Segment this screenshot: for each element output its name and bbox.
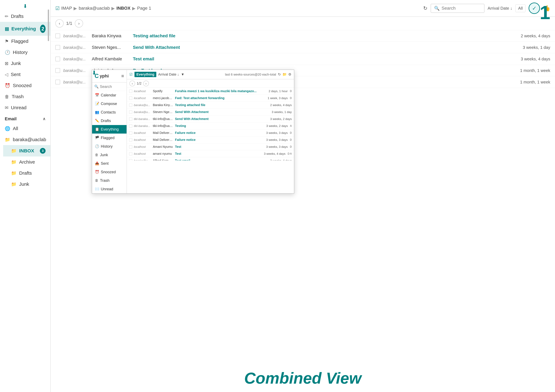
second-sort[interactable]: Arrival Date ↓ [158, 72, 179, 77]
prev-page-button[interactable]: ‹ [55, 19, 64, 28]
second-search-input[interactable] [100, 84, 120, 89]
email-from-addr: baraka@u... [63, 34, 89, 38]
second-sidebar-item-drafts[interactable]: ✏️Drafts [92, 116, 127, 125]
search-input[interactable] [442, 6, 476, 11]
second-sidebar-label: Calendar [101, 93, 116, 97]
email-date: 1 month, 1 week [520, 68, 550, 73]
everything-badge: Everything [134, 72, 156, 77]
sidebar-item-inbox[interactable]: 📁 INBOX 3 [3, 145, 50, 157]
second-email-row[interactable]: baraka@u... Alfred Kambale Test email 3 … [127, 157, 294, 160]
menu-icon[interactable]: ≡ [121, 73, 124, 79]
sidebar-item-everything[interactable]: ▤ Everything 2 [0, 22, 50, 36]
second-date: 2 days, 1 hour [269, 89, 288, 93]
email-date: 2 weeks, 4 days [521, 34, 550, 38]
second-email-row[interactable]: localhost Mail Delivery ... Failure noti… [127, 136, 294, 143]
second-next-button[interactable]: › [143, 81, 149, 86]
second-sidebar-label: Trash [100, 178, 110, 183]
second-sidebar-item-contacts[interactable]: 👥Contacts [92, 108, 127, 116]
second-email-row[interactable]: localhost Mail Delivery ... Failure noti… [127, 129, 294, 136]
sidebar-item-all[interactable]: 🌐 All [0, 123, 50, 134]
second-email-row[interactable]: localhost Amani Nyumu Test 3 weeks, 3 da… [127, 143, 294, 150]
sidebar-item-unread[interactable]: ✉ Unread [0, 102, 50, 113]
email-checkbox[interactable] [55, 68, 60, 73]
second-email-checkbox[interactable] [129, 97, 132, 100]
sidebar-item-drafts[interactable]: ✏ Drafts [0, 11, 50, 22]
second-from-addr: tiki-baraka... [134, 124, 151, 128]
sidebar-item-snoozed[interactable]: ⏰ Snoozed [0, 80, 50, 91]
second-tag: D [290, 145, 292, 148]
second-email-row[interactable]: tiki-baraka... tiki-info@uacl... Testing… [127, 122, 294, 129]
next-page-button[interactable]: › [75, 19, 83, 28]
second-sidebar-item-unread[interactable]: ✉️Unread [92, 185, 127, 193]
second-email-checkbox[interactable] [129, 145, 132, 149]
second-sidebar-label: Compose [101, 101, 117, 106]
sidebar-item-baraka[interactable]: 📁 baraka@uaclab [0, 134, 50, 145]
sidebar-item-drafts2[interactable]: 📁 Drafts [3, 168, 50, 179]
second-email-checkbox[interactable] [129, 90, 132, 93]
second-email-checkbox[interactable] [129, 110, 132, 114]
sidebar-item-flagged[interactable]: ⚑ Flagged [0, 36, 50, 47]
second-email-checkbox[interactable] [129, 104, 132, 107]
second-sidebar-item-flagged[interactable]: 🏴Flagged [92, 134, 127, 142]
sidebar-item-sent[interactable]: ◁ Sent [0, 69, 50, 80]
inbox-badge: 3 [40, 148, 45, 154]
sidebar-item-trash[interactable]: 🗑 Trash [0, 91, 50, 102]
email-checkbox[interactable] [55, 80, 60, 84]
email-section-chevron[interactable]: ∧ [43, 117, 45, 121]
drafts-icon: ✏️ [95, 119, 99, 123]
sidebar-scrollbar[interactable] [48, 9, 49, 41]
email-row[interactable]: baraka@u... Steven Nges... Send With Att… [51, 42, 555, 53]
sidebar-item-junk[interactable]: ⊠ Junk [0, 58, 50, 69]
second-sidebar-item-trash[interactable]: 🗑Trash [92, 176, 127, 185]
second-sidebar-item-snoozed[interactable]: ⏰Snoozed [92, 168, 127, 176]
second-email-row[interactable]: localhost merci.jacob@... Fwd: Test atta… [127, 95, 294, 102]
second-sidebar-item-calendar[interactable]: 📅Calendar [92, 91, 127, 100]
second-email-row[interactable]: localhost Spotify Furahia mwezi 1 wa kus… [127, 88, 294, 95]
email-subject: Send With Attachment [133, 45, 520, 50]
second-refresh-icon[interactable]: ↻ [278, 72, 281, 77]
second-folder-icon[interactable]: 📁 [282, 72, 287, 77]
main-content: ☑ IMAP ▶ baraka@uaclab ▶ INBOX ▶ Page 1 … [51, 0, 555, 392]
second-from-addr: localhost [134, 138, 151, 142]
email-checkbox[interactable] [55, 34, 60, 38]
sidebar-item-history[interactable]: 🕐 History [0, 47, 50, 58]
second-settings-icon[interactable]: ⚙ [288, 72, 292, 77]
second-pagination: ‹ 1/2 › [127, 79, 294, 88]
second-email-checkbox[interactable] [129, 124, 132, 128]
filter-all[interactable]: All [515, 4, 526, 12]
top-right-checkmark[interactable]: ✓ [529, 2, 540, 14]
email-checkbox[interactable] [55, 45, 60, 50]
second-from-addr: tiki-baraka... [134, 117, 151, 121]
second-email-row[interactable]: localhost amani nyumu Test 3 weeks, 4 da… [127, 150, 294, 157]
second-email-checkbox[interactable] [129, 159, 132, 161]
second-email-row[interactable]: baraka@u... Steven Nges... Send With Att… [127, 109, 294, 115]
second-email-row[interactable]: tiki-baraka... tiki-info@uacl... Send Wi… [127, 115, 294, 122]
email-row[interactable]: baraka@u... Alfred Kambale Test email 3 … [51, 53, 555, 65]
second-sidebar-item-junk[interactable]: 🗑Junk [92, 151, 127, 159]
second-email-checkbox[interactable] [129, 131, 132, 135]
second-subject: Fwd: Test attachment forwarding [175, 96, 266, 100]
sort-label[interactable]: Arrival Date ↓ [488, 6, 512, 11]
sidebar-item-junk2[interactable]: 📁 Junk [3, 179, 50, 190]
second-email-checkbox[interactable] [129, 117, 132, 121]
second-window-arrow: ⬇ [92, 70, 96, 76]
second-prev-button[interactable]: ‹ [129, 81, 135, 86]
second-email-checkbox[interactable] [129, 152, 132, 155]
email-checkbox[interactable] [55, 57, 60, 61]
sort-dropdown[interactable]: ▼ [181, 72, 184, 77]
second-sidebar-item-compose[interactable]: 📝Compose [92, 100, 127, 108]
second-sidebar-item-everything[interactable]: 📋Everything [92, 125, 127, 134]
second-email-checkbox[interactable] [129, 138, 132, 142]
sidebar-item-archive[interactable]: 📁 Archive [3, 157, 50, 168]
second-email-row[interactable]: baraka@u... Baraka Kinywa Testing attach… [127, 102, 294, 109]
email-row[interactable]: baraka@u... Baraka Kinywa Testing attach… [51, 30, 555, 42]
refresh-icon[interactable]: ↻ [423, 5, 427, 11]
second-subject: Test [175, 152, 262, 156]
second-tag: D [290, 97, 292, 100]
second-sidebar-item-history[interactable]: 🕐History [92, 142, 127, 151]
second-sidebar-item-sent[interactable]: 📤Sent [92, 159, 127, 168]
history-icon: 🕐 [5, 50, 10, 55]
snoozed-icon: ⏰ [95, 170, 99, 174]
page-info: 1/1 [66, 21, 72, 26]
sidebar-scroll-up[interactable]: ⬇ [0, 2, 50, 11]
